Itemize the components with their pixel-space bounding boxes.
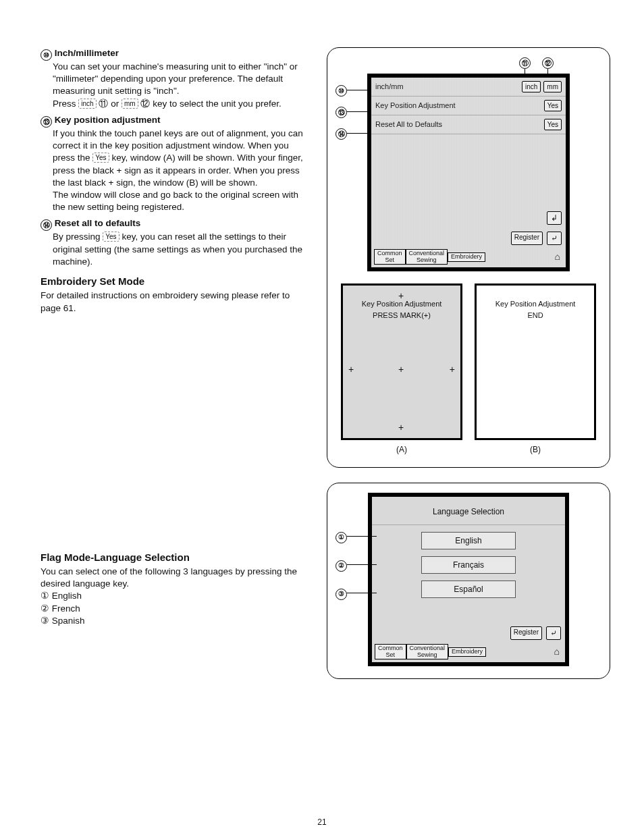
back-arrow-icon[interactable]: ↲ <box>547 211 562 225</box>
label-inch-mm: inch/mm <box>375 82 404 92</box>
return-icon[interactable]: ⤶ <box>547 232 562 245</box>
lang-title: Language Selection <box>372 497 565 524</box>
register-button[interactable]: Register <box>510 626 542 640</box>
cal-b-sub: END <box>477 310 594 321</box>
text: Press <box>53 99 78 109</box>
francais-button[interactable]: Français <box>421 556 516 574</box>
callout-2-icon: ② <box>336 560 347 572</box>
register-button[interactable]: Register <box>511 232 543 245</box>
ref-3-icon: ③ <box>41 616 49 626</box>
body-reset: By pressing Yes key, you can reset all t… <box>53 231 311 268</box>
section-reset: ⑭ Reset all to defaults By pressing Yes … <box>41 217 311 268</box>
body-inch-mm: You can set your machine's measuring uni… <box>53 61 311 110</box>
lang-opt-1: ① English <box>41 590 311 602</box>
section-key-pos: ⑬ Key position adjustment If you think t… <box>41 114 311 214</box>
reset-yes-button[interactable]: Yes <box>544 119 562 131</box>
espanol-button[interactable]: Español <box>421 580 516 598</box>
page-number: 21 <box>0 817 644 828</box>
plus-icon: + <box>398 363 404 376</box>
text: or <box>111 99 122 109</box>
inch-button[interactable]: inch <box>522 81 541 93</box>
ref-14-icon: ⑭ <box>41 219 52 231</box>
language-screen: Language Selection English Français Espa… <box>368 493 569 666</box>
row-inch-mm: inch/mm inch mm <box>371 78 566 97</box>
label-reset: Reset All to Defaults <box>375 119 442 130</box>
plus-icon: + <box>450 363 455 376</box>
heading-inch-mm: Inch/millimeter <box>55 48 119 58</box>
keypos-yes-button[interactable]: Yes <box>544 100 562 112</box>
home-icon[interactable]: ⌂ <box>552 250 563 263</box>
ref-12-icon: ⑫ <box>140 99 150 109</box>
cal-b-title: Key Position Adjustment <box>477 299 594 309</box>
tab-embroidery[interactable]: Embroidery <box>448 252 485 261</box>
return-icon[interactable]: ⤶ <box>546 626 561 640</box>
text: key to select the unit you prefer. <box>153 99 281 109</box>
section-inch-mm: ⑩ Inch/millimeter You can set your machi… <box>41 47 311 110</box>
callout-3-icon: ③ <box>336 589 347 600</box>
ref-11-icon: ⑪ <box>99 99 108 109</box>
ref-10-icon: ⑩ <box>41 49 52 61</box>
yes-key-icon: Yes <box>103 232 119 242</box>
ref-13-icon: ⑬ <box>41 116 52 128</box>
tab-embroidery[interactable]: Embroidery <box>448 647 486 656</box>
figure-panel-language: ① ② ③ Language Selection English Françai… <box>327 483 610 679</box>
body-embroidery: For detailed instructions on embroidery … <box>41 290 311 314</box>
mm-key-icon: mm <box>122 99 138 109</box>
tab-conventional[interactable]: Conventional Sewing <box>406 644 449 659</box>
tab-row: Common Set Conventional Sewing Embroider… <box>372 644 565 662</box>
text: You can set your machine's measuring uni… <box>53 61 298 96</box>
figure-panel-settings: ⑪ ⑫ ⑩ ⑬ ⑭ <box>327 47 610 468</box>
caption-b: (B) <box>475 444 596 455</box>
heading-key-pos: Key position adjustment <box>55 115 161 125</box>
cal-a-sub: PRESS MARK(+) <box>343 310 460 321</box>
text: French <box>52 603 80 614</box>
tab-row: Common Set Conventional Sewing Embroider… <box>371 249 566 267</box>
right-column: ⑪ ⑫ ⑩ ⑬ ⑭ <box>327 47 610 694</box>
mm-button[interactable]: mm <box>543 81 562 93</box>
heading-embroidery: Embroidery Set Mode <box>41 275 311 288</box>
left-column: ⑩ Inch/millimeter You can set your machi… <box>41 47 311 694</box>
heading-reset: Reset all to defaults <box>55 218 141 228</box>
callout-1-icon: ① <box>336 532 347 543</box>
body-flag: You can select one of the following 3 la… <box>41 566 311 590</box>
ref-1-icon: ① <box>41 591 49 601</box>
callout-10-icon: ⑩ <box>336 85 347 97</box>
english-button[interactable]: English <box>421 532 516 549</box>
row-key-pos: Key Position Adjustment Yes <box>371 97 566 115</box>
lang-opt-3: ③ Spanish <box>41 615 311 627</box>
yes-key-icon: Yes <box>92 153 109 163</box>
text: By pressing <box>53 232 103 242</box>
text: English <box>52 591 82 601</box>
callout-13-icon: ⑬ <box>336 107 347 118</box>
callout-14-icon: ⑭ <box>336 128 347 140</box>
home-icon[interactable]: ⌂ <box>552 645 562 658</box>
plus-icon: + <box>398 290 404 302</box>
calibration-a: Key Position Adjustment PRESS MARK(+) + … <box>341 284 462 455</box>
tab-common-set[interactable]: Common Set <box>374 249 406 265</box>
tab-conventional[interactable]: Conventional Sewing <box>406 249 448 265</box>
heading-flag: Flag Mode-Language Selection <box>41 551 311 564</box>
caption-a: (A) <box>341 444 462 455</box>
ref-2-icon: ② <box>41 603 49 614</box>
label-key-pos: Key Position Adjustment <box>375 101 456 111</box>
text: Spanish <box>52 616 85 626</box>
text: The window will close and go back to the… <box>53 190 298 212</box>
plus-icon: + <box>398 421 404 434</box>
callout-12-icon: ⑫ <box>542 57 554 69</box>
tab-common-set[interactable]: Common Set <box>375 644 406 659</box>
row-reset: Reset All to Defaults Yes <box>371 115 566 134</box>
calibration-b: Key Position Adjustment END (B) <box>475 284 596 455</box>
callout-11-icon: ⑪ <box>519 57 531 69</box>
settings-screen: inch/mm inch mm Key Position Adjustment … <box>367 74 570 271</box>
lang-opt-2: ② French <box>41 603 311 615</box>
inch-key-icon: inch <box>78 99 96 109</box>
body-key-pos: If you think the touch panel keys are ou… <box>53 128 311 214</box>
plus-icon: + <box>348 363 354 376</box>
